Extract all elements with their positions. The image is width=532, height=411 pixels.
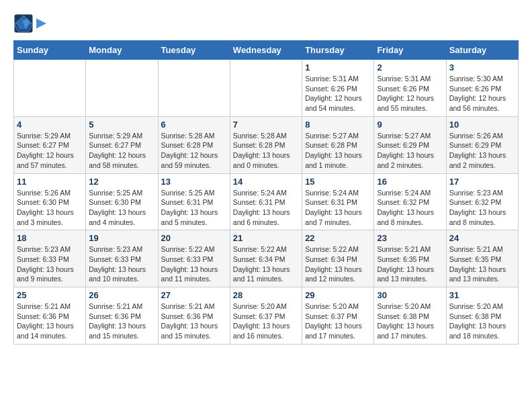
day-number: 7 [233, 120, 299, 130]
day-number: 6 [161, 120, 227, 130]
calendar-cell [158, 60, 230, 117]
day-info: Sunrise: 5:26 AM Sunset: 6:30 PM Dayligh… [17, 188, 83, 228]
header-friday: Friday [374, 41, 446, 60]
day-info: Sunrise: 5:30 AM Sunset: 6:26 PM Dayligh… [449, 74, 515, 113]
day-number: 23 [377, 233, 443, 243]
calendar-cell: 22Sunrise: 5:22 AM Sunset: 6:34 PM Dayli… [302, 230, 374, 287]
day-number: 17 [449, 177, 515, 187]
day-info: Sunrise: 5:23 AM Sunset: 6:33 PM Dayligh… [17, 244, 83, 284]
day-info: Sunrise: 5:21 AM Sunset: 6:35 PM Dayligh… [377, 244, 443, 284]
calendar-cell: 26Sunrise: 5:21 AM Sunset: 6:36 PM Dayli… [86, 287, 158, 345]
calendar-cell: 5Sunrise: 5:29 AM Sunset: 6:27 PM Daylig… [86, 116, 158, 173]
calendar-cell: 27Sunrise: 5:21 AM Sunset: 6:36 PM Dayli… [158, 287, 230, 345]
calendar-cell: 10Sunrise: 5:26 AM Sunset: 6:29 PM Dayli… [446, 116, 518, 173]
day-info: Sunrise: 5:24 AM Sunset: 6:31 PM Dayligh… [233, 188, 299, 228]
calendar-table: SundayMondayTuesdayWednesdayThursdayFrid… [13, 40, 519, 345]
day-number: 29 [305, 290, 371, 300]
header-thursday: Thursday [302, 41, 374, 60]
day-info: Sunrise: 5:23 AM Sunset: 6:32 PM Dayligh… [449, 188, 515, 228]
day-number: 21 [233, 233, 299, 243]
day-info: Sunrise: 5:29 AM Sunset: 6:27 PM Dayligh… [89, 131, 154, 171]
day-number: 4 [17, 120, 83, 130]
day-info: Sunrise: 5:27 AM Sunset: 6:29 PM Dayligh… [377, 131, 443, 171]
day-info: Sunrise: 5:28 AM Sunset: 6:28 PM Dayligh… [161, 131, 227, 171]
day-number: 31 [449, 290, 515, 300]
calendar-week-3: 11Sunrise: 5:26 AM Sunset: 6:30 PM Dayli… [14, 173, 519, 230]
calendar-cell: 31Sunrise: 5:20 AM Sunset: 6:38 PM Dayli… [446, 287, 518, 345]
day-number: 8 [305, 120, 371, 130]
calendar-week-5: 25Sunrise: 5:21 AM Sunset: 6:36 PM Dayli… [14, 287, 519, 345]
day-info: Sunrise: 5:24 AM Sunset: 6:31 PM Dayligh… [305, 188, 371, 228]
day-number: 2 [377, 62, 443, 73]
day-info: Sunrise: 5:24 AM Sunset: 6:32 PM Dayligh… [377, 188, 443, 228]
calendar-cell [86, 60, 158, 117]
day-number: 26 [89, 290, 154, 300]
day-number: 25 [17, 290, 83, 300]
day-number: 16 [377, 177, 443, 187]
calendar-cell: 23Sunrise: 5:21 AM Sunset: 6:35 PM Dayli… [374, 230, 446, 287]
calendar-cell: 15Sunrise: 5:24 AM Sunset: 6:31 PM Dayli… [302, 173, 374, 230]
day-info: Sunrise: 5:20 AM Sunset: 6:38 PM Dayligh… [377, 302, 443, 341]
header-sunday: Sunday [14, 41, 86, 60]
day-number: 9 [377, 120, 443, 130]
day-number: 30 [377, 290, 443, 300]
day-info: Sunrise: 5:22 AM Sunset: 6:33 PM Dayligh… [161, 244, 227, 284]
header-monday: Monday [86, 41, 158, 60]
day-info: Sunrise: 5:26 AM Sunset: 6:29 PM Dayligh… [449, 131, 515, 171]
day-info: Sunrise: 5:22 AM Sunset: 6:34 PM Dayligh… [305, 244, 371, 284]
header-wednesday: Wednesday [230, 41, 302, 60]
day-number: 14 [233, 177, 299, 187]
day-info: Sunrise: 5:21 AM Sunset: 6:35 PM Dayligh… [449, 244, 515, 284]
calendar-cell: 2Sunrise: 5:31 AM Sunset: 6:26 PM Daylig… [374, 60, 446, 117]
day-number: 11 [17, 177, 83, 187]
calendar-week-4: 18Sunrise: 5:23 AM Sunset: 6:33 PM Dayli… [14, 230, 519, 287]
day-info: Sunrise: 5:31 AM Sunset: 6:26 PM Dayligh… [305, 74, 371, 113]
day-number: 27 [161, 290, 227, 300]
day-info: Sunrise: 5:28 AM Sunset: 6:28 PM Dayligh… [233, 131, 299, 171]
day-info: Sunrise: 5:20 AM Sunset: 6:38 PM Dayligh… [449, 302, 515, 341]
calendar-cell: 16Sunrise: 5:24 AM Sunset: 6:32 PM Dayli… [374, 173, 446, 230]
calendar-cell [230, 60, 302, 117]
calendar-cell: 13Sunrise: 5:25 AM Sunset: 6:31 PM Dayli… [158, 173, 230, 230]
calendar-cell: 28Sunrise: 5:20 AM Sunset: 6:37 PM Dayli… [230, 287, 302, 345]
page-header: ▶ [13, 13, 519, 34]
calendar-cell: 14Sunrise: 5:24 AM Sunset: 6:31 PM Dayli… [230, 173, 302, 230]
day-info: Sunrise: 5:31 AM Sunset: 6:26 PM Dayligh… [377, 74, 443, 113]
calendar-cell: 20Sunrise: 5:22 AM Sunset: 6:33 PM Dayli… [158, 230, 230, 287]
calendar-cell [14, 60, 86, 117]
day-number: 13 [161, 177, 227, 187]
day-info: Sunrise: 5:29 AM Sunset: 6:27 PM Dayligh… [17, 131, 83, 171]
calendar-cell: 24Sunrise: 5:21 AM Sunset: 6:35 PM Dayli… [446, 230, 518, 287]
logo-icon [13, 13, 34, 34]
calendar-cell: 29Sunrise: 5:20 AM Sunset: 6:37 PM Dayli… [302, 287, 374, 345]
day-info: Sunrise: 5:21 AM Sunset: 6:36 PM Dayligh… [17, 302, 83, 341]
calendar-cell: 30Sunrise: 5:20 AM Sunset: 6:38 PM Dayli… [374, 287, 446, 345]
calendar-cell: 19Sunrise: 5:23 AM Sunset: 6:33 PM Dayli… [86, 230, 158, 287]
day-info: Sunrise: 5:25 AM Sunset: 6:31 PM Dayligh… [161, 188, 227, 228]
day-number: 28 [233, 290, 299, 300]
day-info: Sunrise: 5:20 AM Sunset: 6:37 PM Dayligh… [305, 302, 371, 341]
header-saturday: Saturday [446, 41, 518, 60]
calendar-cell: 21Sunrise: 5:22 AM Sunset: 6:34 PM Dayli… [230, 230, 302, 287]
day-info: Sunrise: 5:27 AM Sunset: 6:28 PM Dayligh… [305, 131, 371, 171]
day-info: Sunrise: 5:22 AM Sunset: 6:34 PM Dayligh… [233, 244, 299, 284]
calendar-cell: 6Sunrise: 5:28 AM Sunset: 6:28 PM Daylig… [158, 116, 230, 173]
calendar-header-row: SundayMondayTuesdayWednesdayThursdayFrid… [14, 41, 519, 60]
logo-triangle: ▶ [36, 16, 46, 30]
day-info: Sunrise: 5:25 AM Sunset: 6:30 PM Dayligh… [89, 188, 154, 228]
calendar-cell: 25Sunrise: 5:21 AM Sunset: 6:36 PM Dayli… [14, 287, 86, 345]
calendar-cell: 4Sunrise: 5:29 AM Sunset: 6:27 PM Daylig… [14, 116, 86, 173]
calendar-cell: 8Sunrise: 5:27 AM Sunset: 6:28 PM Daylig… [302, 116, 374, 173]
calendar-week-2: 4Sunrise: 5:29 AM Sunset: 6:27 PM Daylig… [14, 116, 519, 173]
day-number: 24 [449, 233, 515, 243]
day-number: 22 [305, 233, 371, 243]
calendar-cell: 17Sunrise: 5:23 AM Sunset: 6:32 PM Dayli… [446, 173, 518, 230]
day-number: 20 [161, 233, 227, 243]
calendar-cell: 9Sunrise: 5:27 AM Sunset: 6:29 PM Daylig… [374, 116, 446, 173]
calendar-cell: 1Sunrise: 5:31 AM Sunset: 6:26 PM Daylig… [302, 60, 374, 117]
calendar-cell: 3Sunrise: 5:30 AM Sunset: 6:26 PM Daylig… [446, 60, 518, 117]
day-number: 15 [305, 177, 371, 187]
day-number: 5 [89, 120, 154, 130]
day-number: 3 [449, 62, 515, 73]
calendar-week-1: 1Sunrise: 5:31 AM Sunset: 6:26 PM Daylig… [14, 60, 519, 117]
